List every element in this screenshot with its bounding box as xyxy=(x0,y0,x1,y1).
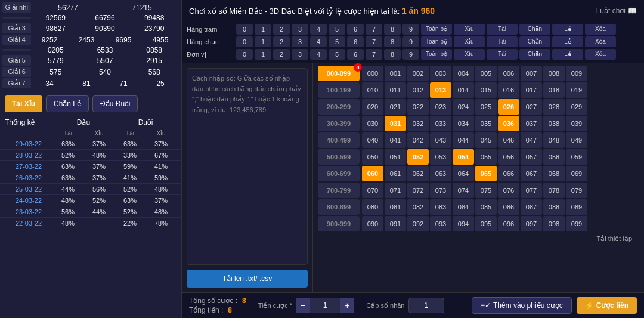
num-cell[interactable]: 061 xyxy=(385,166,406,181)
num-cell[interactable]: 013 xyxy=(430,82,451,98)
range-item[interactable]: 100-199 xyxy=(318,82,360,98)
num-cell[interactable]: 006 xyxy=(498,66,519,81)
digit-cell[interactable]: 7 xyxy=(366,49,382,60)
num-cell[interactable]: 025 xyxy=(475,99,497,115)
bet-now-button[interactable]: ⚡ Cược liên xyxy=(577,297,637,314)
num-cell[interactable]: 022 xyxy=(407,99,429,115)
num-cell[interactable]: 038 xyxy=(543,116,565,131)
range-item[interactable]: 200-299 xyxy=(318,99,360,115)
num-cell[interactable]: 036 xyxy=(498,116,519,131)
digit-cell[interactable]: 6 xyxy=(347,49,364,60)
digit-cell[interactable]: 3 xyxy=(292,49,308,60)
num-cell[interactable]: 079 xyxy=(566,183,587,198)
num-cell[interactable]: 019 xyxy=(566,82,587,98)
num-cell[interactable]: 048 xyxy=(543,132,565,148)
num-cell[interactable]: 041 xyxy=(385,132,406,148)
num-cell[interactable]: 029 xyxy=(566,99,587,115)
digit-cell[interactable]: 5 xyxy=(329,49,345,60)
digit-action-toàn-bộ[interactable]: Toàn bộ xyxy=(421,24,452,35)
num-cell[interactable]: 000 xyxy=(362,66,383,81)
num-cell[interactable]: 087 xyxy=(521,199,542,215)
num-cell[interactable]: 017 xyxy=(521,82,542,98)
num-cell[interactable]: 094 xyxy=(453,216,474,231)
num-cell[interactable]: 055 xyxy=(475,149,497,165)
num-cell[interactable]: 012 xyxy=(407,82,429,98)
digit-action-xóa[interactable]: Xóa xyxy=(585,36,616,47)
num-cell[interactable]: 063 xyxy=(430,166,451,181)
num-cell[interactable]: 001 xyxy=(385,66,406,81)
digit-cell[interactable]: 7 xyxy=(366,36,382,47)
num-cell[interactable]: 053 xyxy=(430,149,451,165)
digit-action-lẻ[interactable]: Lẻ xyxy=(552,49,583,60)
digit-cell[interactable]: 0 xyxy=(236,24,253,35)
digit-cell[interactable]: 7 xyxy=(366,24,382,35)
num-cell[interactable]: 032 xyxy=(407,116,429,131)
num-cell[interactable]: 093 xyxy=(430,216,451,231)
range-item[interactable]: 600-699 xyxy=(318,166,360,181)
digit-cell[interactable]: 1 xyxy=(255,49,271,60)
num-cell[interactable]: 007 xyxy=(521,66,542,81)
num-cell[interactable]: 054 xyxy=(453,149,474,165)
num-cell[interactable]: 015 xyxy=(475,82,497,98)
num-cell[interactable]: 088 xyxy=(543,199,565,215)
num-cell[interactable]: 020 xyxy=(362,99,383,115)
num-cell[interactable]: 096 xyxy=(498,216,519,231)
digit-cell[interactable]: 5 xyxy=(329,36,345,47)
num-cell[interactable]: 058 xyxy=(543,149,565,165)
num-cell[interactable]: 097 xyxy=(521,216,542,231)
digit-cell[interactable]: 3 xyxy=(292,36,308,47)
num-cell[interactable]: 050 xyxy=(362,149,383,165)
digit-action-lẻ[interactable]: Lẻ xyxy=(552,36,583,47)
tien-cuoc-input[interactable] xyxy=(310,298,340,313)
num-cell[interactable]: 052 xyxy=(407,149,429,165)
num-cell[interactable]: 010 xyxy=(362,82,383,98)
digit-action-toàn-bộ[interactable]: Toàn bộ xyxy=(421,36,452,47)
num-cell[interactable]: 089 xyxy=(566,199,587,215)
num-cell[interactable]: 028 xyxy=(543,99,565,115)
digit-cell[interactable]: 2 xyxy=(273,36,290,47)
digit-cell[interactable]: 1 xyxy=(255,24,271,35)
num-cell[interactable]: 070 xyxy=(362,183,383,198)
num-cell[interactable]: 085 xyxy=(475,199,497,215)
digit-cell[interactable]: 1 xyxy=(255,36,271,47)
digit-cell[interactable]: 2 xyxy=(273,24,290,35)
num-cell[interactable]: 098 xyxy=(543,216,565,231)
num-cell[interactable]: 090 xyxy=(362,216,383,231)
num-cell[interactable]: 003 xyxy=(430,66,451,81)
range-item[interactable]: 900-999 xyxy=(318,216,360,231)
num-cell[interactable]: 059 xyxy=(566,149,587,165)
digit-action-xỉu[interactable]: Xỉu xyxy=(454,24,485,35)
num-cell[interactable]: 024 xyxy=(453,99,474,115)
num-cell[interactable]: 026 xyxy=(498,99,519,115)
num-cell[interactable]: 092 xyxy=(407,216,429,231)
num-cell[interactable]: 091 xyxy=(385,216,406,231)
digit-cell[interactable]: 8 xyxy=(384,24,401,35)
digit-cell[interactable]: 4 xyxy=(310,49,327,60)
digit-cell[interactable]: 4 xyxy=(310,24,327,35)
reset-button[interactable]: Tải thiết lập xyxy=(594,234,634,244)
num-cell[interactable]: 072 xyxy=(407,183,429,198)
digit-action-toàn-bộ[interactable]: Toàn bộ xyxy=(421,49,452,60)
num-cell[interactable]: 065 xyxy=(475,166,497,181)
digit-cell[interactable]: 4 xyxy=(310,36,327,47)
num-cell[interactable]: 077 xyxy=(521,183,542,198)
num-cell[interactable]: 045 xyxy=(475,132,497,148)
taixiu-button[interactable]: Tài Xỉu xyxy=(5,95,42,112)
num-cell[interactable]: 083 xyxy=(430,199,451,215)
num-cell[interactable]: 075 xyxy=(475,183,497,198)
upload-button[interactable]: Tải lên .txt/ .csv xyxy=(187,270,308,288)
num-cell[interactable]: 035 xyxy=(475,116,497,131)
digit-cell[interactable]: 9 xyxy=(402,49,419,60)
digit-action-lẻ[interactable]: Lẻ xyxy=(552,24,583,35)
range-item[interactable]: 500-599 xyxy=(318,149,360,165)
add-bet-button[interactable]: ≡✓ Thêm vào phiếu cược xyxy=(472,297,572,314)
digit-action-tài[interactable]: Tài xyxy=(487,24,518,35)
num-cell[interactable]: 021 xyxy=(385,99,406,115)
digit-cell[interactable]: 9 xyxy=(402,24,419,35)
num-cell[interactable]: 073 xyxy=(430,183,451,198)
cap-so-nhan-input[interactable] xyxy=(408,298,444,313)
num-cell[interactable]: 046 xyxy=(498,132,519,148)
num-cell[interactable]: 074 xyxy=(453,183,474,198)
num-cell[interactable]: 080 xyxy=(362,199,383,215)
num-cell[interactable]: 034 xyxy=(453,116,474,131)
